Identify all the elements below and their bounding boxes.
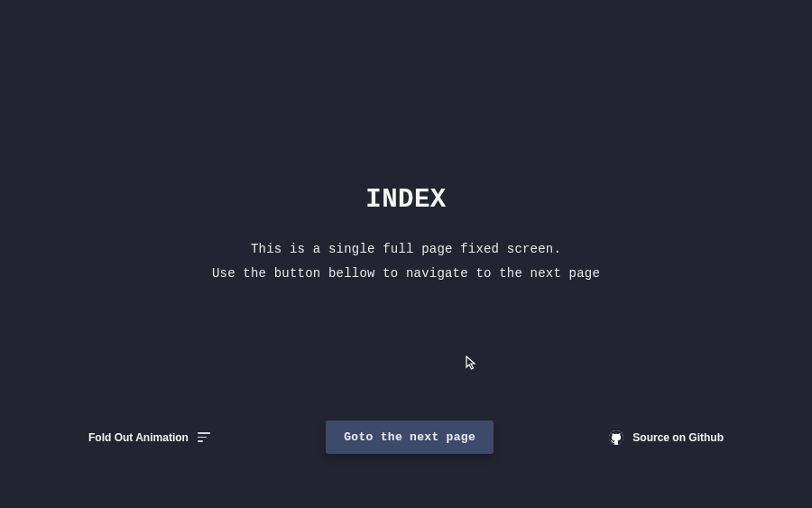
page-root: INDEX This is a single full page fixed s… xyxy=(0,0,812,508)
github-label: Source on Github xyxy=(632,431,724,444)
goto-next-page-button[interactable]: Goto the next page xyxy=(326,420,494,454)
fold-out-animation-link[interactable]: Fold Out Animation xyxy=(88,431,210,444)
source-on-github-link[interactable]: Source on Github xyxy=(609,430,724,445)
github-icon xyxy=(609,430,623,445)
page-title: INDEX xyxy=(0,184,812,214)
footer-bar: Fold Out Animation Goto the next page So… xyxy=(0,420,812,454)
center-content: INDEX This is a single full page fixed s… xyxy=(0,184,812,282)
description-line-2: Use the button bellow to navigate to the… xyxy=(0,263,812,282)
description-line-1: This is a single full page fixed screen. xyxy=(0,239,812,258)
mouse-cursor xyxy=(466,356,476,372)
menu-icon xyxy=(198,432,210,442)
fold-out-label: Fold Out Animation xyxy=(88,431,189,444)
